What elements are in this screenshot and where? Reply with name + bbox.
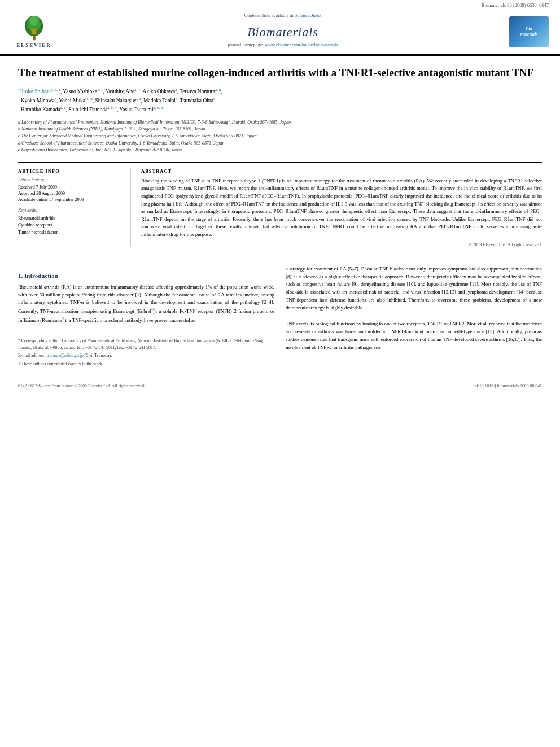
footnote-email-label: E-mail address: [18,353,46,358]
bottom-bar: 0142-9612/$ – see front matter © 2009 El… [0,381,560,391]
keyword-2: Cytokine receptors [18,222,124,229]
affiliations: a Laboratory of Pharmaceutical Proteomic… [18,119,542,154]
intro-heading: 1. Introduction [18,272,274,279]
homepage-url[interactable]: www.elsevier.com/locate/biomaterials [265,42,338,47]
biomaterials-logo-text: Bio materials [520,27,538,37]
footnote-1: 1 These authors contributed equally to t… [18,361,274,368]
keyword-3: Tumor necrosis factor [18,229,124,237]
page: Biomaterials 30 (2009) 6638–6647 ELSEVIE… [0,0,560,747]
intro-text-col1: Rheumatoid arthritis (RA) is an autoimmu… [18,283,274,325]
received-date: Received 7 July 2009 [18,185,124,190]
article-title: The treatment of established murine coll… [18,65,542,80]
journal-title: Biomaterials [68,20,498,42]
elsevier-text: ELSEVIER [16,42,51,48]
keywords-section: Keywords: Rheumatoid arthritis Cytokine … [18,208,124,237]
abstract-heading: ABSTRACT [141,168,542,174]
available-date: Available online 17 September 2009 [18,197,124,202]
svg-rect-4 [31,30,36,34]
authors-list: Hiroko Shibataa, b, 1, Yasuo Yoshiokac, … [18,87,542,115]
copyright-line: © 2009 Elsevier Ltd. All rights reserved… [141,242,542,247]
elsevier-tree-icon [19,16,50,41]
svg-point-3 [29,16,37,26]
article-history-label: Article history: [18,177,124,182]
contents-available: Contents lists available at ScienceDirec… [68,12,498,18]
elsevier-logo: ELSEVIER [11,16,56,48]
article-content: The treatment of established murine coll… [0,56,560,265]
abstract-column: ABSTRACT Blocking the binding of TNF-α t… [141,168,542,247]
footnote-area: * Corresponding author. Laboratory of Ph… [18,334,274,368]
header-center: Contents lists available at ScienceDirec… [56,12,509,51]
info-abstract-section: ARTICLE INFO Article history: Received 7… [18,162,542,247]
sciencedirect-link[interactable]: ScienceDirect [295,12,322,18]
biomaterials-logo-box: Bio materials [509,16,549,47]
body-col-right: a strategy for treatment of RA [5–7]. Be… [286,265,542,369]
bottom-left-text: 0142-9612/$ – see front matter © 2009 El… [18,383,146,388]
keyword-1: Rheumatoid arthritis [18,215,124,222]
footnote-star: * Corresponding author. Laboratory of Ph… [18,338,274,351]
footnote-email-line: E-mail address: tsunoda@nibio.go.jp (S.-… [18,352,274,359]
body-col-left: 1. Introduction Rheumatoid arthritis (RA… [18,265,274,369]
intro-text-col2: a strategy for treatment of RA [5–7]. Be… [286,265,542,352]
footnote-email[interactable]: tsunoda@nibio.go.jp [47,353,84,358]
abstract-text: Blocking the binding of TNF-α to TNF rec… [141,177,542,239]
main-body: 1. Introduction Rheumatoid arthritis (RA… [0,265,560,369]
accepted-date: Accepted 28 August 2009 [18,191,124,196]
footnote-email-suffix: (S.-i. Tsunoda). [85,353,112,358]
author-shibata: Hiroko Shibata [18,89,51,94]
journal-homepage: journal homepage: www.elsevier.com/locat… [68,42,498,51]
keywords-label: Keywords: [18,208,124,213]
bottom-doi: doi:10.1016/j.biomaterials.2009.08.041 [473,383,542,388]
article-info-heading: ARTICLE INFO [18,168,124,174]
journal-ref-line: Biomaterials 30 (2009) 6638–6647 [0,0,560,9]
journal-ref: Biomaterials 30 (2009) 6638–6647 [482,2,549,8]
article-info-column: ARTICLE INFO Article history: Received 7… [18,168,131,247]
journal-header: ELSEVIER Contents lists available at Sci… [0,9,560,55]
svg-rect-5 [30,29,37,30]
